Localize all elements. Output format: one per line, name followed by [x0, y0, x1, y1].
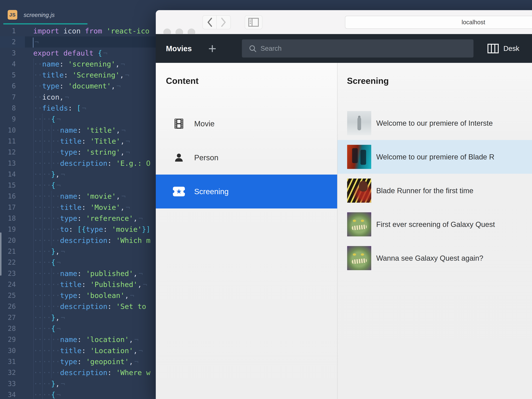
code-line[interactable]: 16······name: 'movie',¬ [0, 191, 156, 202]
code-line[interactable]: 18······type: 'reference',¬ [0, 213, 156, 224]
screening-list-row[interactable]: Welcome to our premiere of Blade R [337, 140, 532, 174]
code-line[interactable]: 22····{¬ [0, 257, 156, 268]
code-line[interactable]: 29······name: 'location',¬ [0, 334, 156, 345]
add-document-button[interactable]: + [202, 34, 222, 63]
line-number: 16 [0, 191, 16, 202]
line-number: 7 [0, 92, 16, 103]
forward-button[interactable] [217, 15, 231, 29]
line-number: 26 [0, 301, 16, 312]
line-number: 14 [0, 169, 16, 180]
code-line[interactable]: 3export default {¬ [0, 48, 156, 58]
film-icon [174, 118, 184, 129]
screening-list-row[interactable]: Welcome to our premiere of Interste [337, 106, 532, 140]
scroll-indicator[interactable] [0, 232, 1, 276]
browser-window: localhost Movies + Desk Content [156, 10, 532, 399]
sidebar-icon [248, 18, 259, 27]
screening-title: Welcome to our premiere of Blade R [376, 140, 494, 174]
content-item-label: Screening [194, 187, 228, 196]
code-line[interactable]: 26······description: 'Set to [0, 301, 156, 312]
desk-label: Desk [503, 44, 519, 52]
studio-header: Movies + Desk [156, 34, 532, 63]
code-area[interactable]: 1import icon from 'react-ico2¬3export de… [0, 25, 156, 399]
galaxy-quest-poster [347, 246, 371, 270]
blade-runner-poster [347, 178, 371, 203]
back-button[interactable] [203, 15, 217, 29]
sidebar-toggle-button[interactable] [245, 15, 262, 29]
code-line[interactable]: 27····},¬ [0, 312, 156, 323]
content-item-movie[interactable]: Movie [156, 107, 337, 141]
desk-tool-button[interactable]: Desk [488, 34, 519, 63]
active-tab-underline [3, 23, 88, 25]
screening-list-row[interactable]: First ever screening of Galaxy Quest [337, 208, 532, 241]
line-number: 32 [0, 367, 16, 378]
code-line[interactable]: 7··icon,¬ [0, 92, 156, 103]
code-line[interactable]: 25······type: 'boolean',¬ [0, 290, 156, 301]
line-number: 12 [0, 147, 16, 158]
screening-list-row[interactable]: Wanna see Galaxy Quest again? [337, 241, 532, 275]
javascript-file-icon: JS [8, 10, 17, 20]
code-line[interactable]: 12······type: 'string',¬ [0, 147, 156, 158]
line-number: 34 [0, 389, 16, 399]
code-line[interactable]: 13······description: 'E.g.: O [0, 158, 156, 169]
line-number: 30 [0, 345, 16, 356]
chevron-left-icon [207, 18, 212, 27]
screening-title: Blade Runner for the first time [376, 174, 473, 208]
content-panel-heading: Content [166, 76, 198, 86]
line-number: 29 [0, 334, 16, 345]
url-address-field[interactable]: localhost [345, 16, 532, 29]
line-number: 10 [0, 125, 16, 136]
code-line[interactable]: 33····},¬ [0, 378, 156, 389]
code-line[interactable]: 23······name: 'published',¬ [0, 268, 156, 279]
code-line[interactable]: 2¬ [0, 36, 156, 47]
code-line[interactable]: 11······title: 'Title',¬ [0, 136, 156, 147]
code-line[interactable]: 1import icon from 'react-ico [0, 25, 156, 36]
content-item-screening[interactable]: ★ Screening [156, 175, 337, 209]
project-title: Movies [166, 34, 192, 63]
search-icon [249, 45, 257, 52]
blade-runner-2049-poster [347, 145, 371, 169]
code-line[interactable]: 21····},¬ [0, 246, 156, 257]
screening-title: Wanna see Galaxy Quest again? [376, 241, 483, 275]
code-line[interactable]: 19······to: [{type: 'movie'}] [0, 224, 156, 235]
list-panel-heading: Screening [347, 76, 389, 86]
code-line[interactable]: 20······description: 'Which m [0, 235, 156, 246]
code-line[interactable]: 9····{¬ [0, 114, 156, 125]
code-line[interactable]: 5··title: 'Screening',¬ [0, 70, 156, 81]
line-number: 4 [0, 58, 16, 70]
code-line[interactable]: 4··name: 'screening',¬ [0, 58, 156, 70]
tab-filename: screening.js [24, 12, 55, 18]
line-number: 20 [0, 235, 16, 246]
line-number: 25 [0, 290, 16, 301]
editor-tab[interactable]: JS screening.js [3, 0, 88, 25]
code-line[interactable]: 28····{¬ [0, 323, 156, 334]
line-number: 1 [0, 25, 16, 36]
code-line[interactable]: 30······title: 'Location',¬ [0, 345, 156, 356]
code-line[interactable]: 24······title: 'Published',¬ [0, 279, 156, 290]
line-number: 9 [0, 114, 16, 125]
screening-list-row[interactable]: Blade Runner for the first time [337, 174, 532, 208]
code-line[interactable]: 34····{¬ [0, 389, 156, 399]
search-input[interactable] [260, 44, 444, 52]
code-line[interactable]: 14····},¬ [0, 169, 156, 180]
code-line[interactable]: 8··fields: [¬ [0, 103, 156, 114]
code-line[interactable]: 31······type: 'geopoint',¬ [0, 356, 156, 367]
code-line[interactable]: 32······description: 'Where w [0, 367, 156, 378]
line-number: 28 [0, 323, 16, 334]
line-number: 5 [0, 70, 16, 81]
ticket-icon: ★ [173, 187, 185, 196]
content-panel: Content Movie Person ★ Screening [156, 63, 337, 399]
desk-columns-icon [488, 44, 499, 53]
code-line[interactable]: 17······title: 'Movie',¬ [0, 202, 156, 213]
search-field[interactable] [242, 39, 474, 57]
browser-toolbar: localhost [156, 10, 532, 34]
line-number: 24 [0, 279, 16, 290]
line-number: 3 [0, 48, 16, 58]
code-line[interactable]: 15····{¬ [0, 180, 156, 191]
content-item-person[interactable]: Person [156, 141, 337, 175]
line-number: 17 [0, 202, 16, 213]
line-number: 13 [0, 158, 16, 169]
person-icon [174, 153, 184, 163]
code-line[interactable]: 6··type: 'document',¬ [0, 81, 156, 91]
code-line[interactable]: 10······name: 'title',¬ [0, 125, 156, 136]
line-number: 15 [0, 180, 16, 191]
